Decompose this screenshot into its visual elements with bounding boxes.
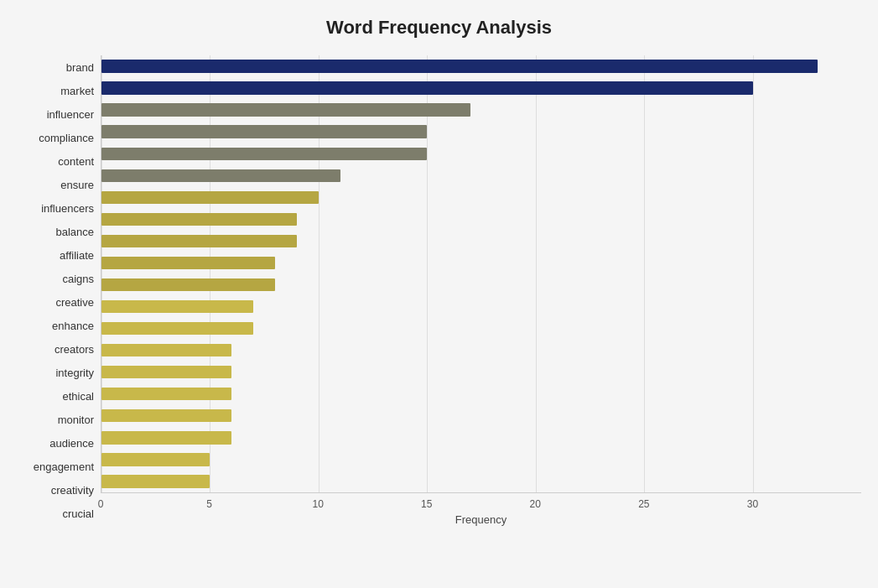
- bar-row: [101, 471, 861, 492]
- bar-row: [101, 55, 861, 77]
- bar: [101, 388, 231, 400]
- bar: [101, 103, 470, 116]
- y-label: enhance: [52, 315, 94, 338]
- x-axis-title: Frequency: [101, 513, 861, 526]
- x-tick-label: 20: [530, 498, 541, 510]
- bar: [101, 431, 231, 444]
- bar: [101, 322, 253, 335]
- y-label: creativity: [51, 479, 94, 502]
- y-label: audience: [49, 432, 94, 455]
- bar: [101, 409, 231, 422]
- bar-row: [101, 121, 861, 143]
- y-label: caigns: [62, 267, 94, 290]
- y-label: engagement: [34, 455, 94, 479]
- bar: [101, 475, 210, 487]
- y-label: creative: [55, 290, 94, 314]
- y-label: integrity: [55, 362, 94, 385]
- x-tick-label: 30: [747, 498, 758, 510]
- bar-row: [101, 318, 861, 340]
- chart-container: Word Frequency Analysis brandmarketinflu…: [0, 0, 878, 588]
- bars-area: [101, 55, 861, 493]
- bar-row: [101, 405, 861, 427]
- bar: [101, 169, 340, 182]
- y-label: brand: [66, 55, 94, 79]
- bar: [101, 148, 427, 160]
- x-tick-label: 5: [206, 498, 212, 510]
- bar-row: [101, 77, 861, 99]
- bar: [101, 344, 231, 356]
- chart-area: brandmarketinfluencercompliancecontenten…: [17, 55, 861, 526]
- bar: [101, 453, 210, 466]
- y-label: ensure: [60, 173, 94, 196]
- x-tick-label: 25: [638, 498, 649, 510]
- bar-row: [101, 362, 861, 383]
- bar-row: [101, 340, 861, 362]
- bar-row: [101, 99, 861, 121]
- bars-and-xaxis: 051015202530 Frequency: [101, 55, 861, 526]
- x-tick-label: 15: [421, 498, 432, 510]
- bar-row: [101, 449, 861, 471]
- chart-title: Word Frequency Analysis: [17, 17, 861, 39]
- y-label: influencers: [41, 196, 94, 220]
- bar-rows: [101, 55, 861, 492]
- bar: [101, 60, 818, 72]
- y-label: ethical: [62, 385, 94, 408]
- bar-row: [101, 186, 861, 208]
- bar-row: [101, 383, 861, 405]
- y-axis-labels: brandmarketinfluencercompliancecontenten…: [17, 55, 101, 526]
- y-label: balance: [55, 220, 94, 243]
- bar: [101, 300, 253, 313]
- bar: [101, 366, 231, 378]
- x-tick-label: 0: [98, 498, 104, 510]
- bar-row: [101, 273, 861, 295]
- bar-row: [101, 230, 861, 252]
- x-tick-container: 051015202530: [101, 493, 861, 510]
- bar-row: [101, 164, 861, 186]
- bar: [101, 81, 753, 94]
- y-label: creators: [55, 338, 94, 362]
- bar-row: [101, 296, 861, 318]
- y-label: crucial: [62, 502, 94, 526]
- x-tick-label: 10: [312, 498, 323, 510]
- bar: [101, 278, 275, 291]
- y-label: monitor: [58, 408, 94, 432]
- bar: [101, 235, 297, 247]
- bar-row: [101, 208, 861, 230]
- bar-row: [101, 252, 861, 273]
- x-axis-wrapper: 051015202530 Frequency: [101, 493, 861, 526]
- bar-row: [101, 143, 861, 164]
- bar: [101, 213, 297, 226]
- bar: [101, 257, 275, 269]
- y-label: compliance: [39, 126, 94, 149]
- bar: [101, 191, 319, 204]
- bar: [101, 125, 427, 138]
- y-label: content: [58, 149, 94, 173]
- y-label: influencer: [47, 102, 94, 126]
- y-label: market: [60, 79, 94, 102]
- bar-row: [101, 427, 861, 449]
- y-label: affiliate: [60, 243, 94, 267]
